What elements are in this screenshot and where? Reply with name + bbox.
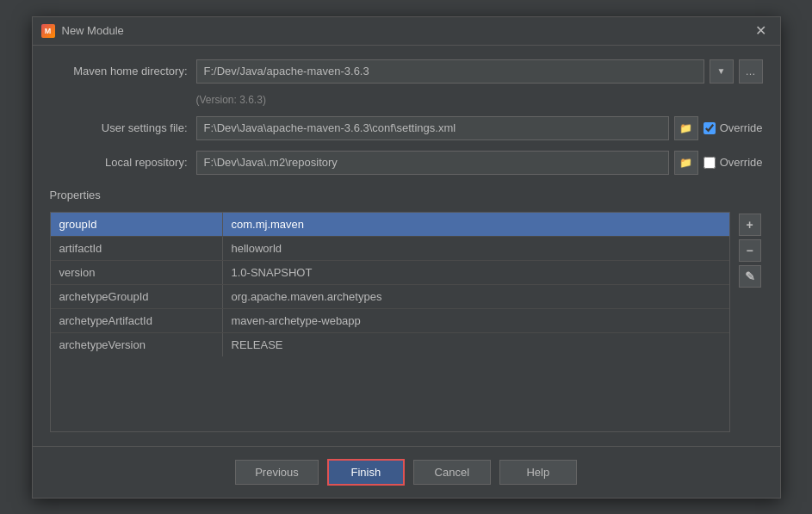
property-row[interactable]: artifactId helloworld xyxy=(51,237,729,261)
property-row[interactable]: archetypeVersion RELEASE xyxy=(51,333,729,356)
local-repo-override-checkbox[interactable] xyxy=(704,157,716,169)
property-value: com.mj.maven xyxy=(223,213,729,236)
property-value: RELEASE xyxy=(223,333,729,356)
property-value: maven-archetype-webapp xyxy=(223,309,729,332)
property-key: archetypeVersion xyxy=(51,333,223,356)
user-settings-input-wrap: 📁 Override xyxy=(196,116,763,140)
maven-home-row: Maven home directory: ▼ … xyxy=(50,59,763,84)
new-module-dialog: M New Module ✕ Maven home directory: ▼ …… xyxy=(32,16,781,499)
property-key: archetypeGroupId xyxy=(51,285,223,308)
close-button[interactable]: ✕ xyxy=(750,22,772,40)
local-repo-override-label: Override xyxy=(720,156,763,169)
finish-button[interactable]: Finish xyxy=(327,459,405,486)
properties-section-label: Properties xyxy=(50,189,763,201)
edit-property-button[interactable]: ✎ xyxy=(739,265,761,288)
property-key: groupId xyxy=(51,213,223,236)
maven-home-input[interactable] xyxy=(196,59,704,84)
user-settings-row: User settings file: 📁 Override xyxy=(50,116,763,140)
local-repo-override-wrap: Override xyxy=(704,156,763,169)
user-settings-override-checkbox[interactable] xyxy=(704,122,716,134)
prop-actions: + − ✎ xyxy=(737,212,763,432)
user-settings-browse-button[interactable]: 📁 xyxy=(674,116,698,140)
property-key: archetypeArtifactId xyxy=(51,309,223,332)
maven-home-input-wrap: ▼ … xyxy=(196,59,763,84)
maven-home-browse-button[interactable]: … xyxy=(739,59,763,84)
title-bar: M New Module ✕ xyxy=(33,17,780,46)
property-row[interactable]: groupId com.mj.maven xyxy=(51,213,729,237)
property-key: version xyxy=(51,261,223,284)
properties-table: groupId com.mj.maven artifactId hellowor… xyxy=(50,212,730,432)
local-repo-input[interactable] xyxy=(196,151,669,175)
property-row[interactable]: archetypeArtifactId maven-archetype-weba… xyxy=(51,309,729,333)
version-note: (Version: 3.6.3) xyxy=(196,94,763,106)
user-settings-override-label: Override xyxy=(720,121,763,134)
local-repo-input-wrap: 📁 Override xyxy=(196,151,763,175)
cancel-button[interactable]: Cancel xyxy=(413,460,491,485)
maven-home-dropdown-button[interactable]: ▼ xyxy=(710,59,734,84)
dialog-body: Maven home directory: ▼ … (Version: 3.6.… xyxy=(33,46,780,446)
properties-area: groupId com.mj.maven artifactId hellowor… xyxy=(50,212,763,432)
property-row[interactable]: archetypeGroupId org.apache.maven.archet… xyxy=(51,285,729,309)
add-property-button[interactable]: + xyxy=(739,214,761,236)
previous-button[interactable]: Previous xyxy=(235,460,319,485)
user-settings-label: User settings file: xyxy=(50,121,188,134)
user-settings-override-wrap: Override xyxy=(704,121,763,134)
property-value: org.apache.maven.archetypes xyxy=(223,285,729,308)
property-value: 1.0-SNAPSHOT xyxy=(223,261,729,284)
local-repo-browse-button[interactable]: 📁 xyxy=(674,151,698,175)
remove-property-button[interactable]: − xyxy=(739,239,761,262)
local-repo-label: Local repository: xyxy=(50,156,188,169)
help-button[interactable]: Help xyxy=(499,460,577,485)
property-value: helloworld xyxy=(223,237,729,260)
title-bar-left: M New Module xyxy=(41,24,124,38)
icon-letter: M xyxy=(45,27,52,35)
dialog-footer: Previous Finish Cancel Help xyxy=(33,446,780,498)
maven-home-label: Maven home directory: xyxy=(50,65,188,77)
user-settings-input[interactable] xyxy=(196,116,669,140)
dialog-icon: M xyxy=(41,24,55,38)
property-key: artifactId xyxy=(51,237,223,260)
property-row[interactable]: version 1.0-SNAPSHOT xyxy=(51,261,729,285)
local-repo-row: Local repository: 📁 Override xyxy=(50,151,763,175)
dialog-title: New Module xyxy=(62,24,124,37)
